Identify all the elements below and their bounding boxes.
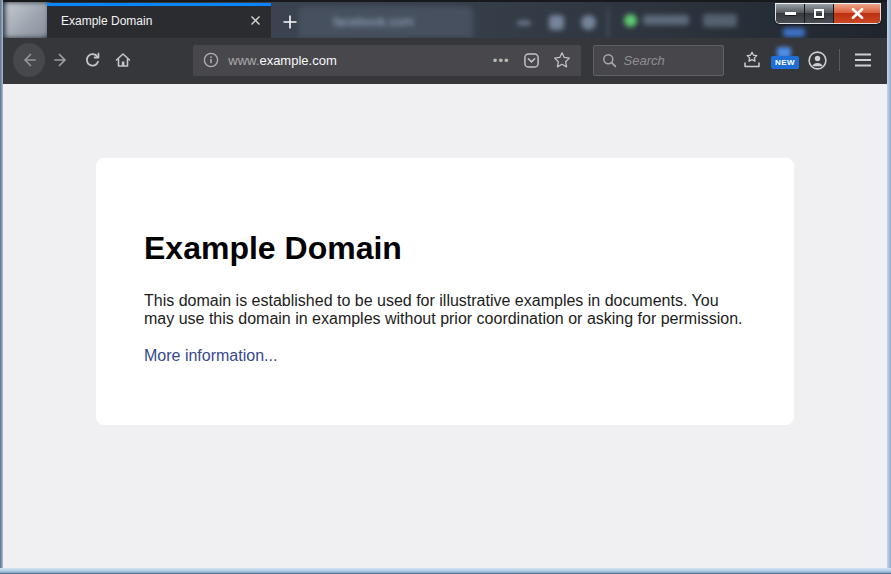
close-icon <box>851 8 864 19</box>
background-blur-badge <box>783 28 805 37</box>
reload-icon <box>84 52 101 69</box>
window-border-right <box>887 0 891 568</box>
window-border-left <box>0 0 3 568</box>
minimize-icon <box>785 12 796 15</box>
extension-button[interactable]: NEW <box>768 45 798 75</box>
menu-button[interactable] <box>849 45 877 75</box>
url-prefix: www. <box>228 53 259 68</box>
background-window-url: facebook.com <box>333 14 414 29</box>
page-actions-icon[interactable]: ••• <box>493 53 510 68</box>
page-body-text: This domain is established to be used fo… <box>144 292 746 328</box>
background-blur-green-dot <box>624 14 637 27</box>
browser-window: facebook.com Example Domain <box>0 0 891 574</box>
site-info-icon[interactable] <box>203 52 219 68</box>
url-domain: example.com <box>259 53 336 68</box>
page-viewport: Example Domain This domain is establishe… <box>3 84 887 568</box>
more-information-link[interactable]: More information... <box>144 347 277 364</box>
new-tab-button[interactable] <box>277 9 303 35</box>
url-text: www.example.com <box>228 53 493 68</box>
new-badge: NEW <box>771 56 799 69</box>
forward-button[interactable] <box>47 45 75 75</box>
navigation-toolbar: www.example.com ••• NEW <box>3 38 887 82</box>
home-button[interactable] <box>109 45 137 75</box>
search-input[interactable] <box>624 53 715 68</box>
library-button[interactable] <box>739 46 766 74</box>
back-icon <box>20 51 38 69</box>
maximize-icon <box>814 9 824 18</box>
home-icon <box>114 51 132 69</box>
window-controls <box>775 3 881 24</box>
maximize-button[interactable] <box>805 4 834 23</box>
background-blur-shield <box>549 15 564 30</box>
minimize-button[interactable] <box>776 4 805 23</box>
background-window-corner <box>5 2 49 38</box>
pocket-icon[interactable] <box>523 52 540 69</box>
close-button[interactable] <box>834 4 880 23</box>
account-icon <box>807 50 828 71</box>
window-border-bottom <box>0 568 891 574</box>
reload-button[interactable] <box>79 45 107 75</box>
forward-icon <box>52 51 70 69</box>
tab-example-domain[interactable]: Example Domain <box>47 3 271 38</box>
account-button[interactable] <box>803 45 831 75</box>
toolbar-separator <box>839 49 840 71</box>
tab-close-icon[interactable] <box>243 9 267 33</box>
titlebar: facebook.com Example Domain <box>3 0 887 38</box>
background-blur-divider <box>607 8 609 38</box>
active-tab-indicator <box>47 3 271 6</box>
back-button[interactable] <box>13 43 45 77</box>
hamburger-icon <box>854 52 872 68</box>
tab-title: Example Domain <box>47 14 243 28</box>
search-icon <box>602 53 617 68</box>
background-blur-icons <box>703 14 737 27</box>
page-title: Example Domain <box>144 230 746 267</box>
background-blur-dash <box>517 21 531 25</box>
library-icon <box>742 50 762 70</box>
background-blur-gear <box>581 15 596 30</box>
bookmark-star-icon[interactable] <box>553 51 571 69</box>
url-bar[interactable]: www.example.com ••• <box>193 45 580 76</box>
search-box[interactable] <box>593 45 724 76</box>
content-card: Example Domain This domain is establishe… <box>96 158 794 425</box>
background-blur-text <box>643 15 689 25</box>
